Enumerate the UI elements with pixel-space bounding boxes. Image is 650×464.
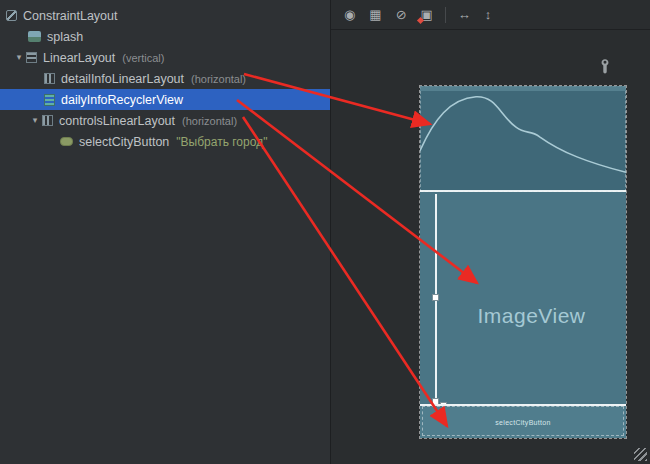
- button-text-value: "Выбрать город": [176, 135, 267, 149]
- tree-item-detailinfolinearlayout[interactable]: detailInfoLinearLayout (horizontal): [0, 68, 330, 89]
- resize-grip[interactable]: [634, 448, 647, 461]
- button-icon: [60, 137, 73, 146]
- visibility-icon[interactable]: ◉: [337, 0, 362, 30]
- select-city-button-label: selectCityButton: [495, 419, 550, 426]
- chevron-down-icon[interactable]: ▾: [28, 110, 42, 131]
- tree-item-label: detailInfoLinearLayout: [61, 72, 184, 86]
- clear-constraints-icon[interactable]: ▣: [414, 0, 440, 30]
- imageview-icon: [28, 31, 41, 42]
- tree-item-label: LinearLayout: [43, 51, 115, 65]
- linear-layout-horizontal-icon: [44, 73, 55, 84]
- tree-item-label: dailyInfoRecyclerView: [61, 93, 183, 107]
- tree-item-selectcitybutton[interactable]: selectCityButton "Выбрать город": [0, 131, 330, 152]
- line-graph: [420, 86, 626, 190]
- tree-item-linearlayout[interactable]: ▾ LinearLayout (vertical): [0, 47, 330, 68]
- linear-layout-vertical-icon: [26, 52, 37, 63]
- toolbar-separator: [445, 7, 446, 23]
- linear-layout-horizontal-icon: [42, 115, 53, 126]
- wrench-icon[interactable]: [598, 58, 612, 74]
- expand-vertical-icon[interactable]: ↕: [478, 0, 499, 30]
- tree-item-label: splash: [47, 30, 83, 44]
- tree-item-controlslinearlayout[interactable]: ▾ controlsLinearLayout (horizontal): [0, 110, 330, 131]
- tree-item-label: selectCityButton: [79, 135, 169, 149]
- component-tree-panel: ConstraintLayout splash ▾ LinearLayout (…: [0, 0, 330, 464]
- tree-item-splash[interactable]: splash: [0, 26, 330, 47]
- select-city-button-region[interactable]: selectCityButton: [420, 404, 626, 438]
- design-toolbar: ◉ ▦ ⊘ ▣ ↔ ↕: [331, 0, 650, 30]
- recycler-view-icon: [44, 94, 55, 106]
- tree-item-constraintlayout[interactable]: ConstraintLayout: [0, 5, 330, 26]
- expand-horizontal-icon[interactable]: ↔: [451, 0, 478, 30]
- tree-item-dailyinforecyclerview[interactable]: dailyInfoRecyclerView: [0, 89, 330, 110]
- selection-handle[interactable]: [432, 294, 439, 301]
- tree-item-label: ConstraintLayout: [23, 9, 118, 23]
- device-preview[interactable]: ImageView selectCityButton: [420, 86, 626, 438]
- imageview-placeholder-label[interactable]: ImageView: [437, 304, 626, 328]
- column-grid-icon[interactable]: ▦: [362, 0, 388, 30]
- chevron-down-icon[interactable]: ▾: [12, 47, 26, 68]
- detail-info-region[interactable]: [420, 86, 626, 192]
- orientation-suffix: (horizontal): [191, 73, 246, 85]
- constraint-layout-icon: [6, 10, 17, 21]
- orientation-suffix: (horizontal): [182, 115, 237, 127]
- orientation-suffix: (vertical): [122, 52, 164, 64]
- tree-item-label: controlsLinearLayout: [59, 114, 175, 128]
- autoconnect-off-icon[interactable]: ⊘: [389, 0, 414, 30]
